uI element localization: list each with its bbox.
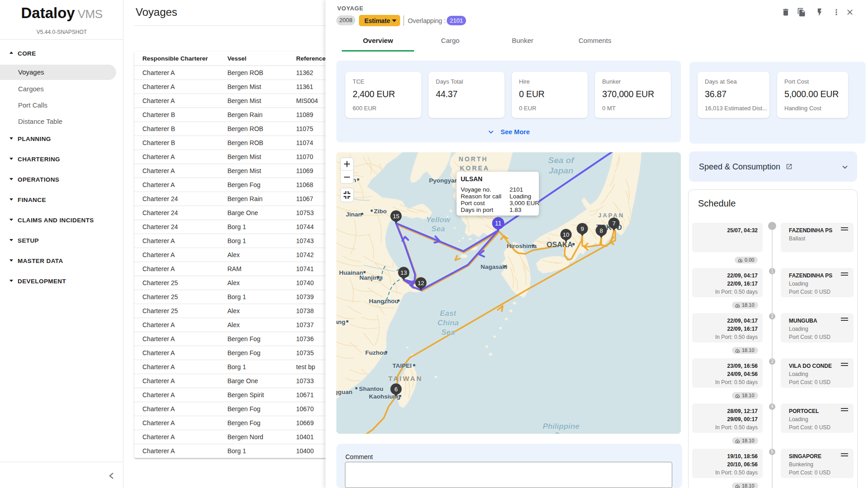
svg-text:12: 12 [418, 280, 424, 286]
svg-text:Sea: Sea [441, 328, 455, 337]
svg-text:Sea of: Sea of [548, 155, 575, 165]
svg-text:Days in port: Days in port [461, 206, 493, 213]
svg-text:Jinan: Jinan [346, 211, 362, 218]
svg-text:2101: 2101 [509, 186, 523, 193]
svg-text:TAIPEI: TAIPEI [392, 362, 412, 369]
svg-text:7: 7 [612, 220, 615, 227]
svg-text:China: China [437, 319, 458, 327]
svg-text:13: 13 [401, 269, 407, 276]
svg-text:Zibo: Zibo [374, 208, 387, 215]
svg-text:6: 6 [394, 386, 397, 393]
svg-text:Reason for call: Reason for call [461, 193, 501, 200]
svg-text:NORTH: NORTH [459, 155, 488, 163]
svg-text:KOREA: KOREA [460, 164, 490, 172]
svg-text:Sea: Sea [431, 225, 445, 233]
svg-text:East: East [440, 309, 457, 318]
svg-text:Japan: Japan [549, 166, 574, 175]
svg-text:ULSAN: ULSAN [461, 175, 482, 183]
svg-text:15: 15 [393, 213, 399, 220]
svg-text:Hangzhou: Hangzhou [369, 298, 398, 305]
svg-text:gguan: gguan [336, 389, 353, 395]
svg-text:8: 8 [599, 227, 603, 234]
svg-text:Port cost: Port cost [461, 200, 485, 206]
svg-text:Philippine: Philippine [542, 422, 579, 431]
svg-text:Loading: Loading [509, 193, 531, 200]
svg-text:Fuzhou: Fuzhou [365, 349, 387, 356]
svg-text:Nagasaki: Nagasaki [481, 263, 507, 270]
svg-text:3,000 EUR: 3,000 EUR [509, 200, 539, 206]
svg-text:11: 11 [495, 220, 502, 227]
svg-text:Shantou: Shantou [359, 385, 383, 392]
svg-text:1.83: 1.83 [509, 206, 521, 213]
svg-text:Voyage no.: Voyage no. [461, 186, 491, 193]
svg-text:OSAKA: OSAKA [547, 241, 573, 249]
svg-text:TAIWAN: TAIWAN [388, 375, 423, 382]
svg-text:JAPAN: JAPAN [598, 212, 624, 219]
svg-text:Sea: Sea [554, 431, 568, 434]
svg-text:Yellow: Yellow [426, 216, 451, 224]
svg-text:ang: ang [336, 319, 345, 325]
svg-text:10: 10 [563, 231, 569, 238]
svg-text:9: 9 [580, 225, 584, 232]
